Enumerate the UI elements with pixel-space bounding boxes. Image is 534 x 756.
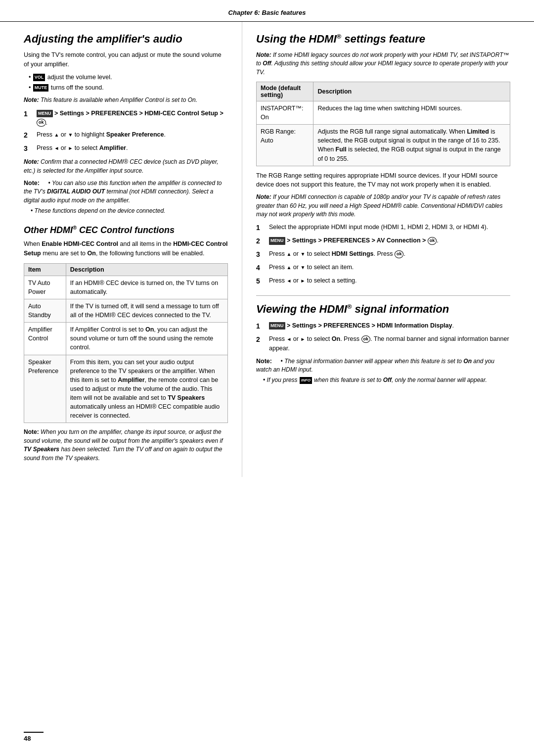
hdmi-table-cell-mode: INSTAPORT™: On [257, 101, 313, 124]
step-1: 1 MENU > Settings > PREFERENCES > HDMI-C… [24, 109, 228, 128]
right-step-5: 5 Press ◄ or ► to select a setting. [256, 276, 510, 286]
hdmi-col1-header: Mode (default setting) [257, 82, 313, 101]
right-section1-steps: 1 Select the appropriate HDMI input mode… [256, 223, 510, 286]
note-bullet-2: These functions depend on the device con… [31, 207, 228, 215]
right-note2: Note: If your HDMI connection is capable… [256, 193, 510, 219]
table-cell-desc: If an HDMI® CEC device is turned on, the… [66, 276, 227, 299]
arrow-up-icon: ▲ [54, 132, 59, 138]
table-cell-desc: If Amplifier Control is set to On, you c… [66, 323, 227, 355]
arrow-right-icon: ► [68, 145, 73, 151]
signal-note-label: Note: [256, 358, 272, 365]
chapter-header-text: Chapter 6: Basic features [228, 9, 306, 16]
signal-note-section: Note: The signal information banner will… [256, 357, 510, 385]
chapter-header: Chapter 6: Basic features [0, 0, 534, 22]
note-bullet-1: You can also use this function when the … [24, 180, 222, 204]
table-cell-desc: From this item, you can set your audio o… [66, 355, 227, 423]
mute-icon: MUTE [33, 84, 49, 92]
table-cell-item: TV Auto Power [24, 276, 66, 299]
right-section1-title: Using the HDMI® settings feature [256, 33, 510, 46]
table-row: TV Auto PowerIf an HDMI® CEC device is t… [24, 276, 228, 299]
cec-table: Item Description TV Auto PowerIf an HDMI… [24, 263, 228, 424]
table-col2-header: Description [66, 263, 227, 276]
menu-icon-3: MENU [269, 322, 285, 330]
table-row: INSTAPORT™: OnReduces the lag time when … [257, 101, 510, 124]
left-column: Adjusting the amplifier's audio Using th… [0, 22, 242, 477]
menu-icon: MENU [37, 110, 53, 118]
right-column: Using the HDMI® settings feature Note: I… [242, 22, 534, 477]
hdmi-settings-table: Mode (default setting) Description INSTA… [256, 82, 510, 166]
section1-intro: Using the TV's remote control, you can a… [24, 50, 228, 69]
signal-step-2: 2 Press ◄ or ► to select On. Press ok. T… [256, 334, 510, 353]
rgb-range-note: The RGB Range setting requires appropria… [256, 171, 510, 190]
step-2: 2 Press ▲ or ▼ to highlight Speaker Pref… [24, 130, 228, 141]
table-cell-item: Auto Standby [24, 299, 66, 322]
table-row: RGB Range: AutoAdjusts the RGB full rang… [257, 125, 510, 166]
content-area: Adjusting the amplifier's audio Using th… [0, 22, 534, 477]
right-step-2: 2 MENU > Settings > PREFERENCES > AV Con… [256, 236, 510, 246]
table-row: Amplifier ControlIf Amplifier Control is… [24, 323, 228, 355]
bottom-note: Note: When you turn on the amplifier, ch… [24, 428, 228, 463]
signal-note-bullet-2: If you press INFO when this feature is s… [263, 376, 510, 384]
right-section2-title: Viewing the HDMI® signal information [256, 303, 510, 316]
page: Chapter 6: Basic features Adjusting the … [0, 0, 534, 756]
right-step-3: 3 Press ▲ or ▼ to select HDMI Settings. … [256, 249, 510, 260]
section2-intro: When Enable HDMI-CEC Control and all ite… [24, 239, 228, 258]
hdmi-table-cell-desc: Adjusts the RGB full range signal automa… [313, 125, 510, 166]
table-cell-item: Amplifier Control [24, 323, 66, 355]
section1-note-intro: Note: This feature is available when Amp… [24, 96, 228, 104]
table-row: Speaker PreferenceFrom this item, you ca… [24, 355, 228, 423]
right-step-1: 1 Select the appropriate HDMI input mode… [256, 223, 510, 233]
ok-icon-4: ok [361, 335, 371, 343]
section1-steps: 1 MENU > Settings > PREFERENCES > HDMI-C… [24, 109, 228, 154]
hdmi-table-cell-mode: RGB Range: Auto [257, 125, 313, 166]
hdmi-col2-header: Description [313, 82, 510, 101]
vol-icon: VOL [33, 74, 45, 82]
ok-icon-2: ok [428, 237, 437, 245]
step3-note: Note: Confirm that a connected HDMI® CEC… [24, 158, 228, 175]
info-icon: INFO [300, 377, 312, 384]
ok-icon: ok [37, 119, 46, 127]
section-divider [256, 295, 510, 296]
ok-icon-3: ok [395, 250, 404, 258]
step-3: 3 Press ◄ or ► to select Amplifier. [24, 143, 228, 154]
section2-title: Other HDMI® CEC Control functions [24, 225, 228, 236]
table-cell-desc: If the TV is turned off, it will send a … [66, 299, 227, 322]
section1-title: Adjusting the amplifier's audio [24, 33, 228, 46]
hdmi-table-cell-desc: Reduces the lag time when switching HDMI… [313, 101, 510, 124]
signal-step-1: 1 MENU > Settings > PREFERENCES > HDMI I… [256, 321, 510, 331]
table-cell-item: Speaker Preference [24, 355, 66, 423]
right-note-intro: Note: If some HDMI legacy sources do not… [256, 51, 510, 77]
bullet-mute: MUTE turns off the sound. [29, 83, 228, 93]
arrow-left-icon: ◄ [54, 145, 59, 151]
section1-bullets: VOL adjust the volume level. MUTE turns … [29, 73, 228, 93]
bullet-vol: VOL adjust the volume level. [29, 73, 228, 82]
signal-note-bullet-1: The signal information banner will appea… [256, 358, 494, 373]
table-col1-header: Item [24, 263, 66, 276]
arrow-down-icon: ▼ [68, 132, 73, 138]
menu-icon-2: MENU [269, 237, 285, 245]
note-section: Note: You can also use this function whe… [24, 179, 228, 216]
right-step-4: 4 Press ▲ or ▼ to select an item. [256, 263, 510, 273]
table-row: Auto StandbyIf the TV is turned off, it … [24, 299, 228, 322]
page-number: 48 [24, 732, 44, 742]
right-section2-steps: 1 MENU > Settings > PREFERENCES > HDMI I… [256, 321, 510, 353]
